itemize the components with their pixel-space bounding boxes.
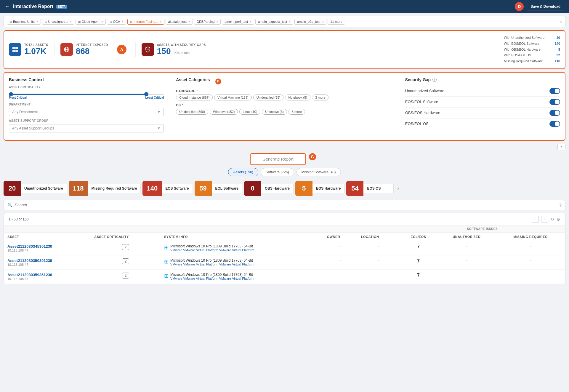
svg-rect-2 — [12, 50, 15, 52]
b-badge: B — [215, 79, 221, 84]
table-settings-icon[interactable]: ⚙ — [557, 217, 560, 222]
tab-close-icon[interactable]: × — [216, 20, 218, 23]
tab-close-icon[interactable]: × — [250, 20, 251, 23]
stat-right-label-3: With OBS/EOL Hardware — [504, 47, 541, 53]
card-unauthorized-software[interactable]: 20 Unauthorized Software — [4, 181, 67, 196]
tab-close-icon[interactable]: × — [160, 20, 162, 23]
collapse-button[interactable]: ∧ — [557, 144, 565, 150]
unauthorized-cell-1: - — [437, 241, 496, 255]
tab-icon: ⊞ — [78, 20, 81, 23]
asset-cell-1: Asset2112080345301230 10.115.108.47 — [4, 241, 91, 255]
c-badge: C — [309, 153, 316, 160]
tab-unassigned[interactable]: ⊞ Unassigned... × — [42, 19, 74, 25]
tag-cloud-instance[interactable]: Cloud Instance (887) — [176, 95, 213, 100]
asset-header-spacer — [4, 225, 400, 233]
internet-exposed-stat: INTERNET EXPOSED 868 — [60, 43, 108, 56]
asset-name-1[interactable]: Asset2112080345301230 — [7, 244, 87, 249]
windows-icon-2: ⊞ — [164, 258, 169, 265]
tab-amoln-perf[interactable]: amoln_perf_test × — [222, 19, 254, 25]
tab-akudale[interactable]: akudale_test × — [166, 19, 193, 25]
tag-unidentified-hw[interactable]: Unidentified (35) — [253, 95, 284, 100]
sys-info-sub-1[interactable]: VMware VMware Virtual Platform VMware Vi… — [170, 248, 254, 252]
generate-section: Generate Report C — [4, 153, 565, 165]
card-obs-hardware[interactable]: 0 OBS Hardware — [244, 181, 294, 196]
header-left: ← Interactive Report BETA — [5, 4, 67, 10]
sys-info-sub-3[interactable]: VMware VMware Virtual Platform VMware Vi… — [170, 277, 254, 280]
asset-name-3[interactable]: Asset2112080359361236 — [7, 273, 87, 277]
toggle-eos-eol[interactable] — [549, 99, 560, 105]
tab-label: amoln_perf_test — [225, 20, 248, 23]
slider-thumb-right[interactable] — [144, 92, 148, 96]
next-page-button[interactable]: › — [541, 216, 548, 223]
close-all-tabs-icon[interactable]: × — [560, 19, 562, 24]
card-eos-os[interactable]: 54 EOS OS — [346, 181, 394, 196]
tab-close-icon[interactable]: × — [70, 20, 72, 23]
tag-unknown[interactable]: Unknown (6) — [262, 109, 287, 115]
card-label-eos: EOS Software — [162, 184, 193, 193]
card-eos-hardware[interactable]: 5 EOS Hardware — [295, 181, 344, 196]
tab-close-icon[interactable]: × — [122, 20, 124, 23]
tab-missing-software[interactable]: Missing Software (48) — [296, 168, 341, 176]
tag-unidentified-os[interactable]: Unidentified (898) — [176, 109, 208, 115]
gap-label-unauthorized: Unauthorized Software — [405, 89, 444, 93]
tab-close-icon[interactable]: × — [36, 20, 38, 23]
tab-cloud-agent[interactable]: ⊞ Cloud Agent × — [76, 19, 106, 25]
tab-business-units[interactable]: ⊞ Business Units × — [7, 19, 41, 25]
tab-internet-facing[interactable]: ⊞ Internet Facing... × — [127, 19, 164, 25]
card-eos-software[interactable]: 140 EOS Software — [142, 181, 193, 196]
os-label: OS * — [176, 103, 393, 107]
slider-thumb-left[interactable] — [9, 92, 13, 96]
unauthorized-cell-2: - — [437, 255, 496, 269]
back-button[interactable]: ← — [5, 4, 10, 10]
tab-close-icon[interactable]: × — [188, 20, 190, 23]
card-missing-required[interactable]: 118 Missing Required Software — [69, 181, 141, 196]
security-gap-info-icon[interactable]: i — [432, 78, 437, 82]
support-group-placeholder: Any Asset Support Groups — [12, 126, 54, 130]
toggle-obs-eos[interactable] — [549, 110, 560, 116]
card-eol-software[interactable]: 59 EOL Software — [195, 181, 242, 196]
asset-name-2[interactable]: Asset2112080350391239 — [7, 258, 87, 263]
tab-software[interactable]: Software (726) — [261, 168, 294, 176]
generate-report-button[interactable]: Generate Report — [250, 153, 306, 165]
tab-label: OCA — [113, 20, 120, 23]
tag-linux[interactable]: Linux (10) — [239, 109, 260, 115]
tab-oca[interactable]: ⊞ OCA × — [107, 19, 126, 25]
tab-amoln-e2e[interactable]: amoln_e2e_test × — [294, 19, 326, 25]
asset-ip-2: 10.115.108.47 — [7, 263, 87, 266]
tab-amoln-expedia[interactable]: amoln_expedia_test × — [255, 19, 293, 25]
tag-notebook[interactable]: Notebook (5) — [285, 95, 310, 100]
missing-cell-2: - — [496, 255, 565, 269]
os-more-tag[interactable]: 3 more — [288, 109, 305, 115]
tab-assets[interactable]: Assets (150) — [228, 168, 258, 176]
tab-icon: ⊞ — [45, 20, 47, 23]
tabs-more-button[interactable]: 11 more — [328, 19, 345, 25]
prev-page-button[interactable]: ‹ — [532, 216, 539, 223]
col-eol-eos: EOL/EOS — [400, 232, 437, 241]
support-group-select[interactable]: Any Asset Support Groups ▼ — [9, 124, 164, 132]
cards-next-arrow[interactable]: › — [395, 181, 401, 196]
save-download-button[interactable]: Save & Download — [527, 3, 564, 10]
support-group-chevron-icon: ▼ — [157, 126, 161, 130]
sys-info-sub-2[interactable]: VMware VMware Virtual Platform VMware Vi… — [170, 263, 254, 266]
card-count-missing: 118 — [69, 181, 88, 196]
user-avatar[interactable]: D — [515, 2, 524, 11]
help-icon[interactable]: ? — [559, 203, 562, 207]
search-input[interactable] — [15, 203, 557, 207]
page-title: Interactive Report — [13, 4, 53, 9]
hardware-more-tag[interactable]: 3 more — [312, 95, 328, 100]
toggle-eos-eol-os[interactable] — [549, 121, 560, 127]
asset-categories-panel: Asset Categories B HARDWARE * Cloud Inst… — [170, 77, 399, 135]
tab-qebparsing[interactable]: QEBParsing × — [194, 19, 221, 25]
tab-close-icon[interactable]: × — [289, 20, 291, 23]
department-select[interactable]: Any Department ▼ — [9, 108, 164, 116]
toggle-unauthorized[interactable] — [549, 88, 560, 94]
tag-windows[interactable]: Windows (152) — [210, 109, 238, 115]
tag-virtual-machine[interactable]: Virtual Machine (139) — [214, 95, 251, 100]
tab-icon: ⊞ — [130, 20, 132, 23]
header: ← Interactive Report BETA D Save & Downl… — [0, 0, 569, 13]
tab-close-icon[interactable]: × — [101, 20, 103, 23]
refresh-icon[interactable]: ↻ — [551, 217, 554, 222]
tab-close-icon[interactable]: × — [322, 20, 324, 23]
gap-obs-eos-hardware: OBS/EOS Hardware — [405, 108, 560, 119]
stat-right-count-3: 5 — [558, 47, 560, 53]
